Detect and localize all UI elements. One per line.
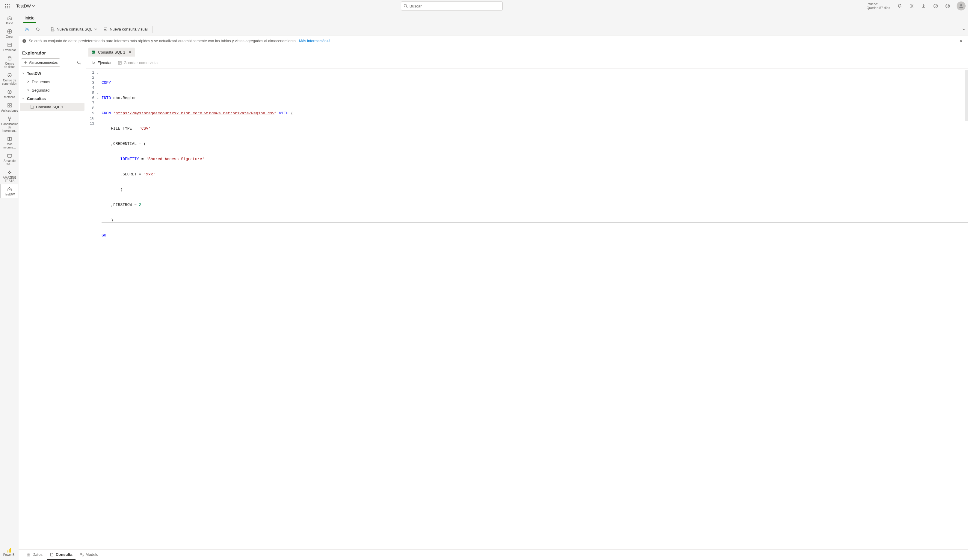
metrics-icon <box>7 89 13 95</box>
nav-pipelines[interactable]: Canalizacionesde implemen... <box>1 114 18 134</box>
tree-root[interactable]: TestDW <box>20 69 85 78</box>
settings-button[interactable] <box>907 1 917 11</box>
sql-file-icon <box>30 105 34 109</box>
explorer-title: Explorador <box>20 49 85 58</box>
trial-status: Prueba: Quedan 57 días <box>867 2 890 10</box>
svg-rect-24 <box>7 154 12 157</box>
new-sql-query-button[interactable]: SQL Nueva consulta SQL <box>48 25 99 34</box>
banner-close-button[interactable] <box>957 37 965 45</box>
nav-testdw[interactable]: TestDW <box>1 184 18 198</box>
nav-monitor[interactable]: Centro desupervisión <box>1 70 18 87</box>
info-icon: i <box>22 39 27 43</box>
nav-apps[interactable]: Aplicaciones <box>1 101 18 114</box>
bottom-tab-model[interactable]: Modelo <box>77 550 101 560</box>
table-icon <box>27 553 31 557</box>
nav-workspaces[interactable]: Áreas de tra... <box>1 151 18 168</box>
settings-gear-button[interactable] <box>22 25 32 34</box>
nav-amazing-tests[interactable]: AMAZINGTESTS <box>1 168 18 184</box>
banner-text: Se creó un conjunto de datos predetermin… <box>29 39 297 43</box>
expand-ribbon-button[interactable] <box>962 28 966 31</box>
nav-browse[interactable]: Examinar <box>1 40 18 54</box>
download-icon <box>921 3 926 8</box>
search-icon <box>77 61 81 64</box>
new-visual-query-button[interactable]: Nueva consulta visual <box>101 25 150 34</box>
svg-rect-16 <box>10 104 12 105</box>
search-box[interactable] <box>401 2 503 10</box>
trial-line-2: Quedan 57 días <box>867 6 890 10</box>
fold-icon[interactable]: ⌄ <box>96 70 99 75</box>
svg-point-19 <box>8 117 9 117</box>
nav-label: Canalizacionesde implemen... <box>1 122 18 132</box>
nav-create[interactable]: Crear <box>1 26 18 40</box>
person-icon <box>958 3 964 9</box>
nav-label: Crear <box>6 35 13 38</box>
tab-label: Consulta <box>56 552 73 557</box>
explorer-search-button[interactable] <box>75 58 83 67</box>
minimap-scrollbar[interactable] <box>965 70 968 121</box>
powerbi-logo: Power BI <box>3 546 16 560</box>
command-tab-strip: Inicio <box>18 12 968 23</box>
editor-area: SQL Consulta SQL 1 Ejecutar <box>86 46 968 549</box>
command-tab-home[interactable]: Inicio <box>23 14 36 23</box>
help-button[interactable] <box>931 1 940 11</box>
chevron-down-icon <box>962 28 966 31</box>
notifications-button[interactable] <box>895 1 905 11</box>
svg-line-31 <box>80 63 81 64</box>
banner-link[interactable]: Más información <box>299 39 330 43</box>
bottom-tab-query[interactable]: Consulta <box>47 550 76 560</box>
tree-query-1[interactable]: Consulta SQL 1 <box>20 102 85 111</box>
fold-icon[interactable]: ⌄ <box>96 96 99 101</box>
tree-label: Consultas <box>27 96 46 101</box>
nav-learn[interactable]: Más informa... <box>1 134 18 151</box>
explorer-pane: Explorador Almacenamientos TestDW <box>18 46 86 549</box>
feedback-button[interactable] <box>943 1 952 11</box>
user-avatar[interactable] <box>956 2 966 10</box>
file-tab-title: Consulta SQL 1 <box>98 50 125 55</box>
gear-icon <box>25 27 29 32</box>
explorer-toolbar: Almacenamientos <box>20 58 85 69</box>
app-launcher-button[interactable] <box>2 1 12 11</box>
svg-text:SQL: SQL <box>91 51 95 53</box>
nav-label: Áreas de tra... <box>2 159 17 166</box>
chevron-right-icon <box>27 80 30 83</box>
tree-queries[interactable]: Consultas <box>20 94 85 102</box>
save-view-icon <box>118 61 122 65</box>
svg-point-5 <box>946 4 950 8</box>
tree-label: TestDW <box>27 71 41 76</box>
tree-label: Esquemas <box>32 79 50 84</box>
bottom-tab-data[interactable]: Datos <box>23 550 46 560</box>
download-button[interactable] <box>919 1 928 11</box>
tree-label: Seguridad <box>32 88 50 93</box>
tree-schemas[interactable]: Esquemas <box>20 78 85 86</box>
model-icon <box>80 553 84 557</box>
nav-data-hub[interactable]: Centrode datos <box>1 54 18 70</box>
svg-rect-17 <box>8 106 9 107</box>
search-icon <box>404 4 408 8</box>
add-storage-button[interactable]: Almacenamientos <box>21 58 60 67</box>
query-icon <box>50 553 54 557</box>
file-tab-close-button[interactable] <box>128 50 133 55</box>
powerbi-icon <box>3 548 16 553</box>
tree-label: Consulta SQL 1 <box>36 105 63 109</box>
svg-rect-22 <box>8 137 10 140</box>
nav-label: Centrode datos <box>4 62 15 69</box>
file-tab[interactable]: SQL Consulta SQL 1 <box>88 48 135 56</box>
workspace-breadcrumb[interactable]: TestDW <box>14 3 37 8</box>
search-input[interactable] <box>409 4 500 8</box>
tab-label: Datos <box>32 552 43 557</box>
fold-icon[interactable]: ⌄ <box>96 90 99 96</box>
browse-icon <box>7 42 13 48</box>
code-editor[interactable]: 1⌄ 2 3 4 5⌄ 6⌄ 7 8 9 10 11 COPY IN <box>86 69 968 549</box>
code-content[interactable]: COPY INTO dbo.Region FROM 'https://mysto… <box>100 69 968 549</box>
run-button[interactable]: Ejecutar <box>90 59 114 67</box>
apps-icon <box>7 102 13 108</box>
svg-point-25 <box>27 28 28 30</box>
svg-point-20 <box>10 117 11 117</box>
nav-home[interactable]: Inicio <box>1 13 18 26</box>
tree-security[interactable]: Seguridad <box>20 86 85 94</box>
svg-point-0 <box>404 5 406 7</box>
workspace-name: TestDW <box>16 3 31 8</box>
chevron-down-icon <box>94 28 97 31</box>
nav-metrics[interactable]: Métricas <box>1 87 18 101</box>
refresh-button[interactable] <box>33 25 43 34</box>
